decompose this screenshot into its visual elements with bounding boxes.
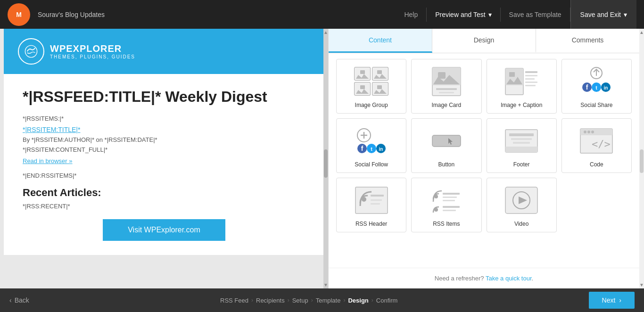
svg-text:t: t <box>371 146 372 152</box>
rss-content: *|RSSITEM:CONTENT_FULL|* <box>23 146 305 153</box>
svg-text:in: in <box>604 85 608 90</box>
svg-point-2 <box>25 45 37 57</box>
svg-rect-19 <box>439 92 454 93</box>
block-button-label: Button <box>438 161 455 168</box>
svg-point-54 <box>587 131 590 133</box>
svg-point-55 <box>591 131 594 133</box>
preview-header: WPEXPLORER THEMES, PLUGINS, GUIDES <box>4 29 324 74</box>
image-group-icon <box>353 65 390 98</box>
block-image-caption-label: Image + Caption <box>501 102 542 108</box>
svg-rect-8 <box>377 70 382 74</box>
block-image-caption[interactable]: Image + Caption <box>487 59 557 114</box>
block-social-follow-label: Social Follow <box>355 161 388 168</box>
tabs-row: Content Design Comments <box>329 29 639 53</box>
block-video-label: Video <box>514 221 528 227</box>
preview-title: *|RSSFEED:TITLE|* Weekly Digest <box>23 88 305 106</box>
block-image-group[interactable]: Image Group <box>336 59 406 114</box>
help-button[interactable]: Help <box>396 0 426 29</box>
block-image-group-label: Image Group <box>355 102 388 108</box>
svg-rect-45 <box>432 135 461 147</box>
preview-logo-icon <box>25 45 38 58</box>
tab-comments[interactable]: Comments <box>536 29 639 53</box>
svg-rect-47 <box>505 147 537 152</box>
sep-2: › <box>288 297 289 304</box>
svg-rect-49 <box>511 138 532 140</box>
block-footer[interactable]: Footer <box>487 118 557 173</box>
visit-wpexplorer-button[interactable]: Visit WPExplorer.com <box>103 219 225 241</box>
block-social-share[interactable]: f t in Social Share <box>561 59 632 114</box>
block-rss-items-label: RSS Items <box>433 221 460 227</box>
bottombar: ‹ Back RSS Feed › Recipients › Setup › T… <box>0 288 644 312</box>
next-arrow-icon: › <box>619 296 621 304</box>
preview-test-button[interactable]: Preview and Test ▾ <box>427 0 500 29</box>
footer-icon <box>503 124 540 157</box>
block-code[interactable]: </> Code <box>561 118 632 173</box>
save-exit-button[interactable]: Save and Exit ▾ <box>570 0 636 29</box>
svg-rect-67 <box>443 206 460 208</box>
rss-items-icon <box>428 184 465 217</box>
read-in-browser-link[interactable]: Read in browser » <box>23 157 73 164</box>
back-arrow-icon: ‹ <box>9 296 12 304</box>
svg-rect-23 <box>525 71 537 73</box>
rss-item-title-link[interactable]: *|RSSITEM:TITLE|* <box>23 126 305 133</box>
preview-logo-circle <box>18 38 44 65</box>
block-rss-header[interactable]: RSS Header <box>336 178 406 232</box>
topbar: M Sourav's Blog Updates Help Preview and… <box>0 0 644 29</box>
svg-rect-50 <box>513 142 530 144</box>
svg-rect-18 <box>436 88 457 90</box>
next-button[interactable]: Next › <box>589 292 635 309</box>
svg-rect-61 <box>371 203 380 205</box>
svg-rect-5 <box>360 70 365 74</box>
svg-rect-27 <box>525 85 536 86</box>
block-social-follow[interactable]: f t in Social Follow <box>336 118 406 173</box>
image-caption-icon <box>503 65 540 98</box>
block-footer-label: Footer <box>513 161 530 168</box>
block-rss-items[interactable]: RSS Items <box>411 178 481 232</box>
svg-rect-11 <box>360 85 365 89</box>
block-code-label: Code <box>590 161 603 168</box>
svg-rect-48 <box>509 133 534 136</box>
topbar-actions: Help Preview and Test ▾ Save as Template… <box>396 0 636 29</box>
preview-content: WPEXPLORER THEMES, PLUGINS, GUIDES *|RSS… <box>4 29 324 255</box>
quick-tour-link[interactable]: Take a quick tour <box>486 275 532 282</box>
svg-rect-26 <box>525 82 537 83</box>
chevron-down-icon-saveexit: ▾ <box>624 11 627 18</box>
svg-rect-60 <box>371 199 382 201</box>
sep-4: › <box>343 297 345 304</box>
breadcrumb-setup: Setup <box>292 297 308 304</box>
breadcrumb-recipients: Recipients <box>256 297 285 304</box>
breadcrumb-design: Design <box>348 297 368 304</box>
preview-scrollbar[interactable]: ▲ ▼ <box>323 29 328 288</box>
breadcrumb-rss-feed: RSS Feed <box>220 297 248 304</box>
sep-5: › <box>372 297 373 304</box>
svg-rect-59 <box>371 195 384 197</box>
recent-tag: *|RSS:RECENT|* <box>23 203 305 210</box>
svg-text:</>: </> <box>592 138 611 150</box>
block-image-card[interactable]: Image Card <box>411 59 481 114</box>
right-panel: Content Design Comments <box>328 29 639 288</box>
back-button[interactable]: ‹ Back <box>9 296 29 304</box>
svg-rect-68 <box>443 210 456 211</box>
svg-rect-24 <box>525 75 537 76</box>
rss-end-tag: *|END:RSSITEMS|* <box>23 172 305 179</box>
save-template-button[interactable]: Save as Template <box>501 0 570 29</box>
preview-scroll[interactable]: WPEXPLORER THEMES, PLUGINS, GUIDES *|RSS… <box>0 29 328 288</box>
tab-content[interactable]: Content <box>329 29 432 53</box>
preview-body: *|RSSFEED:TITLE|* Weekly Digest *|RSSITE… <box>4 74 324 255</box>
tab-design[interactable]: Design <box>432 29 536 53</box>
right-panel-scrollbar[interactable]: ▲ ▼ <box>639 29 644 288</box>
block-video[interactable]: Video <box>487 178 557 232</box>
image-card-icon <box>428 65 465 98</box>
block-rss-header-label: RSS Header <box>355 221 387 227</box>
sep-3: › <box>311 297 313 304</box>
svg-rect-64 <box>443 197 457 198</box>
social-follow-icon: f t in <box>353 124 390 157</box>
logo-name: WPEXPLORER <box>50 43 135 54</box>
button-icon <box>428 124 465 157</box>
svg-rect-25 <box>525 78 535 80</box>
svg-text:f: f <box>361 145 363 152</box>
breadcrumb: RSS Feed › Recipients › Setup › Template… <box>29 297 589 304</box>
code-icon: </> <box>578 124 615 157</box>
breadcrumb-confirm: Confirm <box>376 297 398 304</box>
block-button[interactable]: Button <box>411 118 481 173</box>
